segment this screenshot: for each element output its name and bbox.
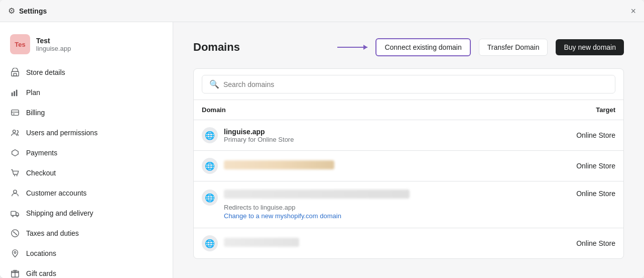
close-button[interactable]: × (630, 7, 636, 16)
payments-icon (10, 148, 20, 158)
domain-info-3: Redirects to linguise.app Change to a ne… (224, 190, 515, 220)
domain-redirect-text: Redirects to linguise.app (224, 204, 515, 211)
location-icon (10, 248, 20, 258)
svg-point-13 (12, 216, 14, 217)
svg-rect-12 (11, 211, 16, 215)
change-domain-link[interactable]: Change to a new myshopify.com domain (224, 212, 515, 220)
sidebar-item-billing[interactable]: Billing (0, 103, 173, 123)
domain-info-4 (224, 238, 515, 249)
sidebar-label-billing: Billing (26, 109, 45, 117)
arrow-line (337, 47, 367, 48)
svg-point-18 (16, 234, 17, 235)
buy-domain-button[interactable]: Buy new domain (556, 39, 624, 55)
store-name: Test (36, 37, 71, 45)
svg-rect-4 (16, 90, 18, 97)
blurred-domain-3 (224, 190, 410, 199)
sidebar-item-customer-accounts[interactable]: Customer accounts (0, 183, 173, 203)
domain-target-4: Online Store (515, 239, 615, 247)
sidebar-item-checkout[interactable]: Checkout (0, 163, 173, 183)
checkout-icon (10, 168, 20, 178)
svg-point-8 (13, 130, 16, 133)
settings-window: ⚙ Settings × Tes Test linguise.app Store… (0, 0, 644, 278)
search-row: 🔍 (194, 69, 623, 100)
main-content: Domains Connect existing domain Transfer… (173, 22, 644, 278)
sidebar-item-taxes[interactable]: Taxes and duties (0, 223, 173, 243)
transfer-domain-button[interactable]: Transfer Domain (479, 39, 548, 56)
sidebar-label-locations: Locations (26, 249, 56, 257)
col-target-header: Target (515, 106, 615, 114)
search-input[interactable] (223, 80, 608, 88)
gear-icon: ⚙ (8, 6, 15, 16)
sidebar-item-gift-cards[interactable]: Gift cards (0, 263, 173, 278)
svg-point-9 (14, 175, 15, 176)
domains-card: 🔍 Domain Target 🌐 linguise.app Primary f… (193, 68, 624, 259)
domain-row-3: 🌐 Redirects to linguise.app Change to a … (194, 181, 623, 228)
page-header: Domains Connect existing domain Transfer… (193, 38, 624, 56)
svg-rect-0 (12, 71, 19, 76)
svg-point-19 (14, 251, 16, 253)
sidebar-label-payments: Payments (26, 149, 57, 157)
domain-target-2: Online Store (515, 162, 615, 170)
globe-icon-1: 🌐 (202, 127, 218, 143)
taxes-icon (10, 228, 20, 238)
sidebar-item-store-details[interactable]: Store details (0, 62, 173, 82)
svg-rect-3 (14, 91, 15, 96)
title-bar-left: ⚙ Settings (8, 6, 47, 16)
search-icon: 🔍 (209, 79, 219, 89)
blurred-domain-4 (224, 238, 299, 247)
sidebar-label-customer-accounts: Customer accounts (26, 189, 87, 197)
sidebar-item-plan[interactable]: Plan (0, 82, 173, 103)
content-area: Tes Test linguise.app Store details Plan (0, 22, 644, 278)
svg-rect-2 (12, 92, 13, 96)
arrow-annotation (337, 47, 367, 48)
sidebar-item-locations[interactable]: Locations (0, 243, 173, 263)
domain-sub-1: Primary for Online Store (224, 136, 515, 143)
sidebar-label-checkout: Checkout (26, 169, 56, 177)
window-title: Settings (19, 7, 47, 15)
search-bar: 🔍 (202, 75, 615, 94)
sidebar-item-users-permissions[interactable]: Users and permissions (0, 123, 173, 143)
svg-rect-5 (12, 110, 19, 116)
globe-icon-4: 🌐 (202, 235, 218, 251)
globe-icon-3: 🌐 (202, 190, 218, 206)
globe-icon-2: 🌐 (202, 158, 218, 174)
sidebar-label-gift-cards: Gift cards (26, 269, 56, 277)
plan-icon (10, 87, 20, 98)
gift-icon (10, 268, 20, 278)
sidebar-label-users: Users and permissions (26, 129, 97, 137)
col-domain-header: Domain (202, 106, 515, 114)
table-header: Domain Target (194, 100, 623, 120)
connect-domain-button[interactable]: Connect existing domain (375, 38, 470, 56)
svg-rect-1 (14, 73, 16, 76)
blurred-domain-2 (224, 160, 334, 169)
title-bar: ⚙ Settings × (0, 0, 644, 22)
sidebar-item-shipping[interactable]: Shipping and delivery (0, 203, 173, 223)
users-icon (10, 128, 20, 138)
domain-row-4: 🌐 Online Store (194, 228, 623, 258)
sidebar-item-payments[interactable]: Payments (0, 143, 173, 163)
sidebar-label-store-details: Store details (26, 68, 65, 76)
store-url: linguise.app (36, 45, 71, 52)
domain-name-1: linguise.app (224, 128, 515, 136)
page-title: Domains (193, 41, 240, 54)
domain-target-3: Online Store (515, 190, 615, 198)
shipping-icon (10, 208, 20, 218)
sidebar: Tes Test linguise.app Store details Plan (0, 22, 173, 278)
domain-target-1: Online Store (515, 131, 615, 139)
store-icon (10, 67, 20, 77)
domain-info-2 (224, 160, 515, 171)
sidebar-label-taxes: Taxes and duties (26, 229, 79, 237)
domain-row-primary: 🌐 linguise.app Primary for Online Store … (194, 120, 623, 151)
domain-info-1: linguise.app Primary for Online Store (224, 128, 515, 143)
sidebar-label-plan: Plan (26, 88, 40, 97)
store-info: Test linguise.app (36, 37, 71, 52)
svg-point-14 (17, 216, 18, 217)
svg-point-17 (13, 232, 14, 233)
customer-icon (10, 188, 20, 198)
avatar: Tes (10, 34, 30, 54)
billing-icon (10, 108, 20, 118)
sidebar-label-shipping: Shipping and delivery (26, 209, 93, 217)
domain-row-2: 🌐 Online Store (194, 151, 623, 181)
store-header: Tes Test linguise.app (0, 30, 173, 62)
svg-point-11 (14, 190, 17, 193)
